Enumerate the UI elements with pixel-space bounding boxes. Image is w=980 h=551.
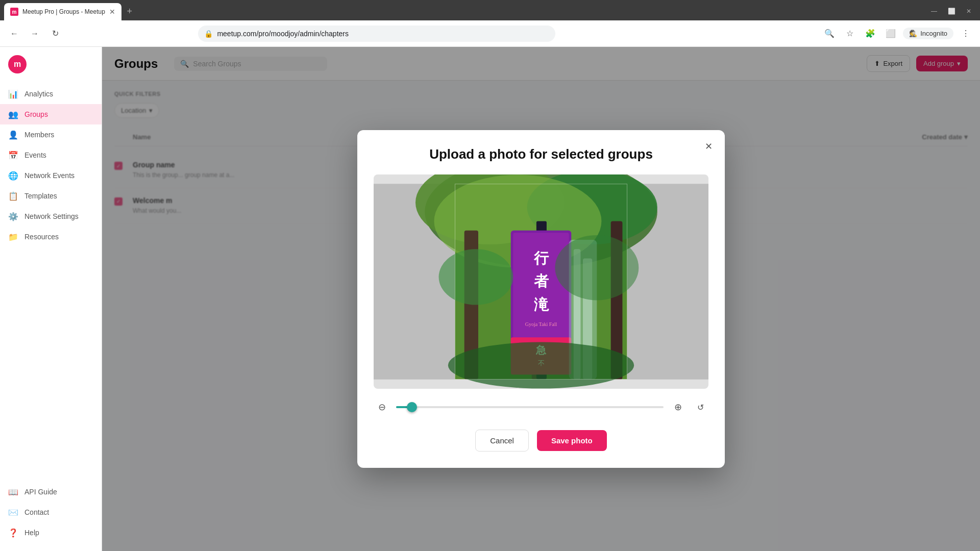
- cancel-button[interactable]: Cancel: [475, 430, 529, 452]
- app-layout: m 📊 Analytics 👥 Groups 👤 Members 📅 Event…: [0, 47, 980, 551]
- svg-point-24: [439, 249, 513, 305]
- sidebar-item-analytics[interactable]: 📊 Analytics: [0, 84, 102, 104]
- tab-bar: m Meetup Pro | Groups - Meetup ✕ + — ⬜ ✕: [0, 0, 980, 20]
- zoom-in-icon: ⊕: [674, 402, 682, 413]
- tab-title: Meetup Pro | Groups - Meetup: [22, 8, 105, 15]
- tab-close-btn[interactable]: ✕: [109, 8, 115, 15]
- sidebar-item-contact[interactable]: ✉️ Contact: [0, 502, 102, 522]
- api-guide-icon: 📖: [8, 487, 18, 497]
- maximize-btn[interactable]: ⬜: [944, 4, 959, 18]
- main-content: Groups 🔍 Search Groups ⬆ Export Add grou…: [102, 47, 980, 551]
- lock-icon: 🔒: [204, 30, 213, 38]
- incognito-icon: 🕵: [909, 30, 917, 37]
- network-settings-icon: ⚙️: [8, 211, 18, 221]
- sidebar-item-groups-label: Groups: [24, 110, 48, 118]
- templates-icon: 📋: [8, 191, 18, 201]
- close-icon: ✕: [705, 141, 713, 152]
- sidebar-item-resources-label: Resources: [24, 233, 59, 241]
- modal-overlay: ✕ Upload a photo for selected groups: [102, 47, 980, 551]
- sidebar-item-resources[interactable]: 📁 Resources: [0, 227, 102, 247]
- svg-text:Gyoja Taki Fall: Gyoja Taki Fall: [525, 321, 557, 327]
- sidebar-logo: m: [0, 55, 102, 84]
- sidebar-item-network-settings[interactable]: ⚙️ Network Settings: [0, 206, 102, 227]
- sidebar-item-help[interactable]: ❓ Help: [0, 522, 102, 543]
- svg-text:滝: 滝: [534, 296, 549, 313]
- photo-preview-svg: 行 者 滝 Gyoja Taki Fall 急 不: [374, 174, 708, 389]
- address-bar[interactable]: 🔒 meetup.com/pro/moodjoy/admin/chapters: [198, 26, 555, 42]
- sidebar-item-help-label: Help: [24, 529, 39, 537]
- zoom-slider-track[interactable]: [396, 406, 664, 408]
- zoom-in-btn[interactable]: ⊕: [670, 399, 686, 415]
- modal-title: Upload a photo for selected groups: [374, 146, 708, 162]
- sidebar-item-network-events[interactable]: 🌐 Network Events: [0, 165, 102, 186]
- zoom-thumb[interactable]: [407, 402, 417, 412]
- sidebar-item-members-label: Members: [24, 131, 54, 139]
- sidebar-item-api-label: API Guide: [24, 488, 57, 496]
- svg-text:行: 行: [533, 250, 549, 266]
- reset-icon: ↺: [697, 403, 704, 412]
- active-tab[interactable]: m Meetup Pro | Groups - Meetup ✕: [4, 3, 121, 20]
- reset-zoom-btn[interactable]: ↺: [692, 399, 708, 415]
- zoom-out-icon: ⊖: [378, 402, 386, 413]
- tab-actions: — ⬜ ✕: [927, 4, 976, 18]
- nav-actions: 🔍 ☆ 🧩 ⬜ 🕵 Incognito ⋮: [821, 26, 974, 42]
- sidebar-item-events-label: Events: [24, 151, 46, 159]
- members-icon: 👤: [8, 130, 18, 140]
- network-events-icon: 🌐: [8, 170, 18, 181]
- save-photo-button[interactable]: Save photo: [537, 430, 607, 451]
- zoom-controls: ⊖ ⊕ ↺: [374, 399, 708, 415]
- photo-upload-area: 行 者 滝 Gyoja Taki Fall 急 不: [374, 174, 708, 389]
- svg-text:者: 者: [534, 273, 549, 289]
- split-icon[interactable]: ⬜: [883, 26, 899, 42]
- sidebar-item-groups[interactable]: 👥 Groups: [0, 104, 102, 124]
- logo-icon: m: [8, 55, 27, 73]
- sidebar-item-network-settings-label: Network Settings: [24, 212, 79, 220]
- sidebar: m 📊 Analytics 👥 Groups 👤 Members 📅 Event…: [0, 47, 102, 551]
- groups-icon: 👥: [8, 109, 18, 119]
- sidebar-item-analytics-label: Analytics: [24, 90, 53, 98]
- help-icon: ❓: [8, 528, 18, 538]
- contact-icon: ✉️: [8, 507, 18, 517]
- resources-icon: 📁: [8, 232, 18, 242]
- new-tab-button[interactable]: +: [122, 4, 137, 18]
- sidebar-item-contact-label: Contact: [24, 508, 49, 516]
- modal-buttons: Cancel Save photo: [374, 430, 708, 452]
- modal-close-btn[interactable]: ✕: [700, 138, 717, 155]
- upload-photo-modal: ✕ Upload a photo for selected groups: [357, 130, 725, 468]
- search-icon[interactable]: 🔍: [821, 26, 838, 42]
- reload-btn[interactable]: ↻: [47, 26, 63, 42]
- star-icon[interactable]: ☆: [842, 26, 858, 42]
- back-btn[interactable]: ←: [6, 26, 22, 42]
- tab-favicon: m: [10, 8, 18, 16]
- sidebar-item-network-events-label: Network Events: [24, 171, 75, 180]
- incognito-badge: 🕵 Incognito: [903, 28, 953, 39]
- svg-point-25: [555, 235, 639, 300]
- incognito-label: Incognito: [920, 30, 947, 37]
- sidebar-item-api-guide[interactable]: 📖 API Guide: [0, 482, 102, 502]
- sidebar-bottom: 📖 API Guide ✉️ Contact ❓ Help: [0, 482, 102, 543]
- forward-btn[interactable]: →: [27, 26, 43, 42]
- sidebar-item-members[interactable]: 👤 Members: [0, 124, 102, 145]
- events-icon: 📅: [8, 150, 18, 160]
- sidebar-item-templates-label: Templates: [24, 192, 57, 200]
- svg-point-26: [448, 342, 634, 388]
- sidebar-item-templates[interactable]: 📋 Templates: [0, 186, 102, 206]
- close-btn[interactable]: ✕: [962, 4, 976, 18]
- sidebar-item-events[interactable]: 📅 Events: [0, 145, 102, 165]
- menu-icon[interactable]: ⋮: [958, 26, 974, 42]
- analytics-icon: 📊: [8, 89, 18, 99]
- url-text: meetup.com/pro/moodjoy/admin/chapters: [217, 30, 549, 38]
- extensions-icon[interactable]: 🧩: [862, 26, 878, 42]
- minimize-btn[interactable]: —: [927, 4, 941, 18]
- zoom-out-btn[interactable]: ⊖: [374, 399, 390, 415]
- nav-bar: ← → ↻ 🔒 meetup.com/pro/moodjoy/admin/cha…: [0, 20, 980, 47]
